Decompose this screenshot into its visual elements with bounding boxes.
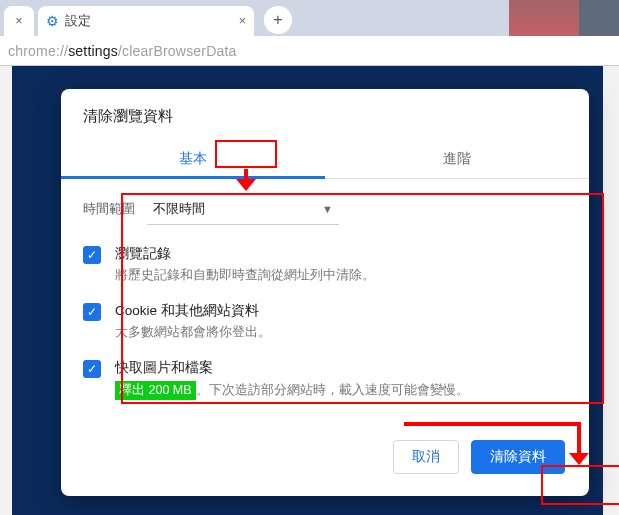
checkbox-cookies[interactable]: ✓ — [83, 303, 101, 321]
active-tab-settings[interactable]: ⚙ 設定 × — [38, 6, 254, 36]
option-title: 快取圖片和檔案 — [115, 359, 469, 377]
option-title: 瀏覽記錄 — [115, 245, 375, 263]
cancel-button[interactable]: 取消 — [393, 440, 459, 474]
dialog-title: 清除瀏覽資料 — [61, 89, 589, 140]
dialog-content: 時間範圍 不限時間 ▼ ✓ 瀏覽記錄 將歷史記錄和自動即時查詢從網址列中清除。 … — [61, 179, 589, 400]
time-range-value: 不限時間 — [153, 200, 205, 218]
option-cookies: ✓ Cookie 和其他網站資料 大多數網站都會將你登出。 — [83, 302, 567, 341]
time-range-row: 時間範圍 不限時間 ▼ — [83, 193, 567, 225]
tab-title: 設定 — [65, 13, 233, 30]
inactive-tab-close[interactable]: × — [4, 6, 34, 36]
url-path: /clearBrowserData — [118, 43, 237, 59]
clear-browsing-data-dialog: 清除瀏覽資料 基本 進階 時間範圍 不限時間 ▼ ✓ 瀏覽記錄 將歷史記錄和自動… — [61, 89, 589, 496]
dialog-footer: 取消 清除資料 — [61, 418, 589, 482]
new-tab-button[interactable]: + — [264, 6, 292, 34]
gear-icon: ⚙ — [46, 13, 59, 29]
tab-advanced[interactable]: 進階 — [325, 140, 589, 178]
time-range-label: 時間範圍 — [83, 200, 135, 218]
url-scheme: chrome:// — [8, 43, 68, 59]
vertical-scrollbar[interactable] — [603, 66, 619, 515]
plus-icon: + — [273, 11, 282, 29]
background-decoration — [579, 0, 619, 36]
option-title: Cookie 和其他網站資料 — [115, 302, 271, 320]
checkbox-cached-images[interactable]: ✓ — [83, 360, 101, 378]
browser-tab-strip: × ⚙ 設定 × + — [0, 0, 619, 36]
option-cached-images: ✓ 快取圖片和檔案 釋出 200 MB。下次造訪部分網站時，載入速度可能會變慢。 — [83, 359, 567, 400]
background-decoration — [509, 0, 579, 36]
tab-basic[interactable]: 基本 — [61, 140, 325, 178]
clear-data-button[interactable]: 清除資料 — [471, 440, 565, 474]
option-desc: 釋出 200 MB。下次造訪部分網站時，載入速度可能會變慢。 — [115, 381, 469, 400]
release-size-highlight: 釋出 200 MB — [115, 381, 196, 400]
checkbox-browsing-history[interactable]: ✓ — [83, 246, 101, 264]
url-host: settings — [68, 43, 118, 59]
option-desc: 將歷史記錄和自動即時查詢從網址列中清除。 — [115, 267, 375, 284]
time-range-select[interactable]: 不限時間 ▼ — [147, 193, 339, 225]
option-desc: 大多數網站都會將你登出。 — [115, 324, 271, 341]
close-icon: × — [15, 14, 22, 28]
close-icon[interactable]: × — [239, 14, 246, 28]
dialog-tabs: 基本 進階 — [61, 140, 589, 179]
chevron-down-icon: ▼ — [322, 203, 333, 215]
sidebar-placeholder — [0, 66, 12, 515]
option-browsing-history: ✓ 瀏覽記錄 將歷史記錄和自動即時查詢從網址列中清除。 — [83, 245, 567, 284]
address-bar[interactable]: chrome://settings/clearBrowserData — [0, 36, 619, 66]
